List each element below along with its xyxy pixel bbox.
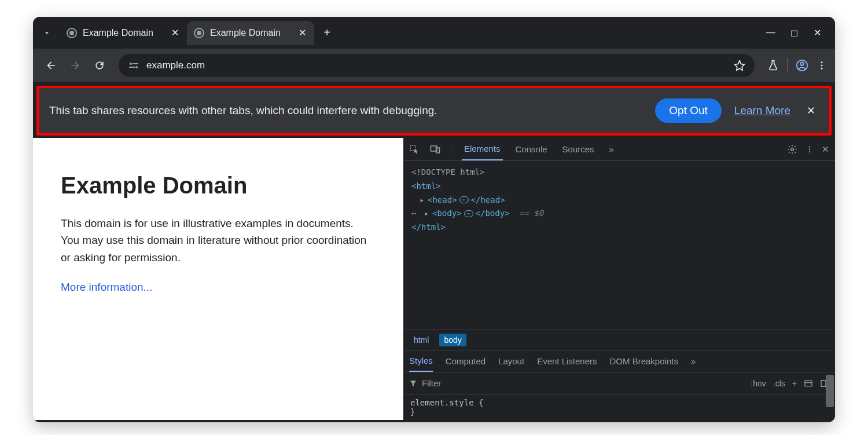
- panel-icon: [804, 379, 813, 388]
- subtab-more[interactable]: »: [691, 356, 696, 366]
- svg-point-2: [135, 66, 138, 68]
- address-bar[interactable]: example.com: [119, 54, 755, 77]
- computed-styles-button[interactable]: [804, 379, 813, 388]
- infobar-highlight: This tab shares resources with other tab…: [36, 86, 832, 136]
- styles-pane[interactable]: element.style { }: [403, 394, 835, 420]
- crumb-body[interactable]: body: [439, 334, 466, 346]
- browser-window: Example Domain ✕ Example Domain ✕ + — ◻ …: [33, 17, 835, 422]
- forward-button[interactable]: [65, 56, 85, 75]
- tab-close-button[interactable]: ✕: [297, 28, 307, 38]
- globe-icon: [194, 28, 204, 38]
- profile-button[interactable]: [796, 59, 808, 72]
- page-content: Example Domain This domain is for use in…: [33, 138, 403, 420]
- window-controls: — ◻ ✕: [766, 27, 835, 38]
- inspect-element-button[interactable]: [409, 144, 420, 155]
- funnel-icon: [409, 379, 417, 388]
- devtools-close-button[interactable]: ✕: [822, 144, 829, 155]
- selected-marker: == $0: [519, 207, 543, 221]
- more-information-link[interactable]: More information...: [61, 281, 152, 293]
- devtools-menu-button[interactable]: [806, 145, 814, 153]
- svg-point-0: [130, 63, 132, 65]
- ellipsis-icon[interactable]: ⋯: [459, 196, 469, 203]
- svg-point-12: [791, 148, 794, 151]
- style-rule-line: }: [410, 407, 828, 416]
- user-circle-icon: [796, 59, 808, 72]
- toolbar: example.com: [33, 49, 835, 82]
- crumb-html[interactable]: html: [409, 334, 433, 346]
- tab-close-button[interactable]: ✕: [170, 28, 180, 38]
- dom-html-open[interactable]: <html>: [411, 180, 441, 193]
- new-style-rule-button[interactable]: +: [792, 379, 797, 388]
- subtab-layout[interactable]: Layout: [498, 356, 524, 366]
- content-area: Example Domain This domain is for use in…: [33, 138, 835, 420]
- infobar-message: This tab shares resources with other tab…: [49, 104, 642, 117]
- back-button[interactable]: [41, 56, 61, 75]
- reload-button[interactable]: [90, 56, 109, 75]
- svg-point-7: [821, 65, 823, 67]
- tab-active[interactable]: Example Domain ✕: [187, 21, 314, 45]
- svg-point-13: [809, 146, 810, 147]
- maximize-button[interactable]: ◻: [789, 27, 799, 38]
- devtools-settings-button[interactable]: [787, 144, 797, 155]
- minimize-button[interactable]: —: [766, 27, 776, 38]
- svg-rect-3: [129, 67, 135, 68]
- cursor-box-icon: [409, 144, 420, 155]
- ellipsis-icon[interactable]: ⋯: [464, 210, 473, 217]
- hov-toggle[interactable]: :hov: [751, 379, 766, 388]
- labs-button[interactable]: [767, 60, 779, 71]
- url-text: example.com: [146, 60, 205, 71]
- bookmark-button[interactable]: [734, 60, 745, 71]
- devtools-tabs: Elements Console Sources » ✕: [403, 138, 835, 161]
- expand-caret[interactable]: ▸: [424, 207, 430, 221]
- subtab-styles[interactable]: Styles: [409, 350, 433, 372]
- tab-elements[interactable]: Elements: [462, 138, 503, 160]
- device-toolbar-button[interactable]: [430, 144, 440, 155]
- dom-head-open[interactable]: <head>: [428, 193, 457, 207]
- globe-icon: [67, 28, 77, 38]
- svg-point-5: [800, 63, 804, 66]
- subtab-dom-breakpoints[interactable]: DOM Breakpoints: [610, 356, 678, 366]
- new-tab-button[interactable]: +: [318, 24, 336, 42]
- selected-dots: ⋯: [411, 207, 422, 221]
- tab-strip: Example Domain ✕ Example Domain ✕ + — ◻ …: [33, 17, 835, 49]
- dom-breadcrumbs: html body: [403, 330, 835, 350]
- svg-rect-1: [133, 63, 138, 64]
- tab-sources[interactable]: Sources: [560, 138, 597, 160]
- tab-title: Example Domain: [83, 28, 153, 38]
- scrollbar-thumb[interactable]: [826, 375, 834, 407]
- divider: [787, 58, 788, 73]
- opt-out-button[interactable]: Opt Out: [655, 98, 722, 123]
- subtab-event-listeners[interactable]: Event Listeners: [537, 356, 597, 366]
- menu-button[interactable]: [816, 60, 827, 71]
- infobar-close-button[interactable]: ✕: [803, 104, 819, 117]
- filter-placeholder: Filter: [422, 378, 441, 388]
- tab-inactive[interactable]: Example Domain ✕: [60, 21, 187, 45]
- tab-console[interactable]: Console: [513, 138, 550, 160]
- subtab-computed[interactable]: Computed: [446, 356, 486, 366]
- toolbar-right: [764, 58, 827, 73]
- kebab-icon: [806, 145, 814, 153]
- dom-head-close: </head>: [471, 193, 505, 207]
- cls-toggle[interactable]: .cls: [773, 379, 785, 388]
- close-window-button[interactable]: ✕: [812, 27, 822, 38]
- tabs-dropdown-button[interactable]: [39, 25, 55, 41]
- page-heading: Example Domain: [61, 173, 376, 199]
- filter-input[interactable]: Filter: [409, 378, 745, 388]
- styles-tabs: Styles Computed Layout Event Listeners D…: [403, 350, 835, 372]
- infobar: This tab shares resources with other tab…: [39, 88, 829, 133]
- chevron-down-icon: [43, 29, 51, 37]
- dom-body-open[interactable]: <body>: [432, 207, 462, 221]
- dom-doctype: <!DOCTYPE html>: [411, 166, 484, 180]
- dom-tree[interactable]: <!DOCTYPE html> <html> ▸ <head> ⋯ </head…: [403, 161, 835, 330]
- styles-filter-bar: Filter :hov .cls +: [403, 372, 835, 394]
- arrow-right-icon: [69, 60, 81, 71]
- devices-icon: [430, 144, 440, 155]
- tab-more[interactable]: »: [607, 138, 616, 160]
- learn-more-link[interactable]: Learn More: [734, 104, 790, 117]
- gear-icon: [787, 144, 797, 155]
- svg-point-6: [821, 61, 823, 63]
- site-controls-icon[interactable]: [128, 61, 139, 70]
- flask-icon: [767, 60, 779, 71]
- tab-title: Example Domain: [210, 28, 281, 38]
- expand-caret[interactable]: ▸: [420, 193, 425, 207]
